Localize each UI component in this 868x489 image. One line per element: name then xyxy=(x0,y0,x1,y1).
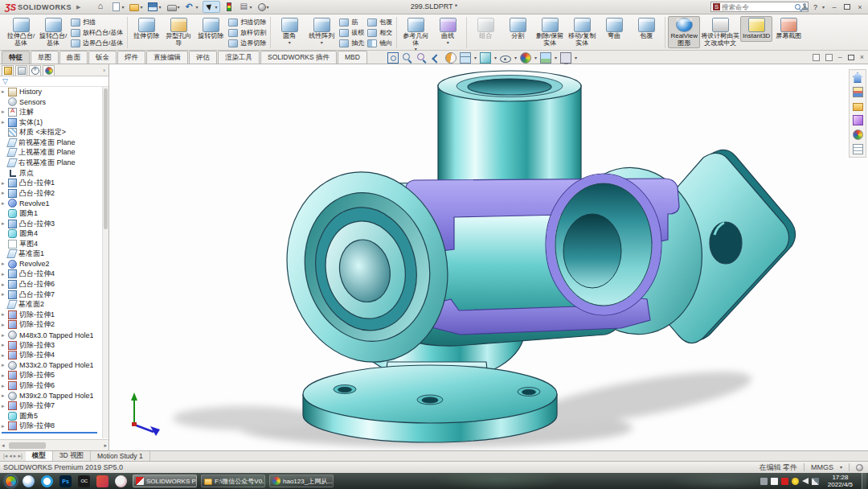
scroll-right-arrow[interactable]: ▸ xyxy=(102,442,108,449)
ribbon-button-flex[interactable]: 弯曲 xyxy=(598,16,630,42)
configuration-manager-tab[interactable] xyxy=(29,65,41,76)
section-view-icon[interactable] xyxy=(445,52,457,64)
tray-message-icon[interactable] xyxy=(771,478,778,485)
tree-item[interactable]: ▸切除-拉伸7 xyxy=(0,401,102,411)
apply-scene-caret[interactable]: ▾ xyxy=(555,55,557,60)
tree-item[interactable]: 基准面1 xyxy=(0,249,102,260)
dropdown-caret[interactable]: ▾ xyxy=(196,5,199,10)
scrollbar-thumb[interactable] xyxy=(104,88,108,229)
view-orientation-icon[interactable] xyxy=(460,52,471,64)
ribbon-button-split[interactable]: 分割 xyxy=(502,16,534,42)
tree-vertical-scrollbar[interactable] xyxy=(102,87,108,438)
taskpane-home-icon[interactable] xyxy=(853,72,863,83)
ribbon-button-intersect[interactable]: 相交 xyxy=(366,27,394,38)
ribbon-button-reference-geometry[interactable]: 参考几何体▾ xyxy=(399,16,432,53)
tree-item[interactable]: ▸Revolve1 xyxy=(0,199,102,209)
ribbon-button-wrap-large[interactable]: 包覆 xyxy=(630,16,662,42)
expand-arrow-icon[interactable]: ▸ xyxy=(2,200,8,207)
taskbar-app-6-icon[interactable] xyxy=(115,475,127,487)
view-settings-caret[interactable]: ▾ xyxy=(575,55,577,60)
tree-item[interactable]: 圆角4 xyxy=(0,228,102,239)
expand-arrow-icon[interactable]: ▸ xyxy=(2,271,8,277)
tab-焊件[interactable]: 焊件 xyxy=(117,51,145,64)
expand-arrow-icon[interactable]: ▸ xyxy=(2,362,8,368)
taskpane-explorer-icon[interactable] xyxy=(853,103,863,111)
tab-曲面[interactable]: 曲面 xyxy=(59,51,88,64)
close-button[interactable]: × xyxy=(855,3,865,11)
tree-item[interactable]: 基准面2 xyxy=(0,299,102,310)
help-button[interactable]: ? xyxy=(813,3,817,11)
doc-nav-arrow[interactable]: ◂ xyxy=(9,453,12,459)
taskpane-scene-icon[interactable] xyxy=(853,129,863,140)
tab-SOLIDWORKS 插件[interactable]: SOLIDWORKS 插件 xyxy=(260,51,337,64)
view-orientation-caret[interactable]: ▾ xyxy=(474,55,477,60)
tray-dot-yellow-icon[interactable] xyxy=(792,478,799,485)
expand-arrow-icon[interactable]: ▸ xyxy=(2,403,8,409)
ribbon-button-curves[interactable]: 曲线▾ xyxy=(432,16,464,47)
tree-item[interactable]: 草图4 xyxy=(0,239,102,249)
tree-item[interactable]: ▸凸台-拉伸1 xyxy=(0,178,102,188)
tree-item[interactable]: 前视基准面 Plane xyxy=(0,138,102,148)
taskbar-app-2-icon[interactable] xyxy=(41,475,53,487)
ribbon-button-extrude-cut[interactable]: 拉伸切除 xyxy=(130,16,162,42)
doc-tab-3D 视图[interactable]: 3D 视图 xyxy=(53,451,91,461)
tray-netease-icon[interactable] xyxy=(781,478,788,485)
start-button[interactable] xyxy=(5,475,17,487)
expand-arrow-icon[interactable]: ▸ xyxy=(2,119,8,125)
taskpane-library-icon[interactable] xyxy=(853,87,863,97)
taskbar-app-5-icon[interactable] xyxy=(96,475,108,487)
menu-flyout-icon[interactable]: ▶ xyxy=(76,4,80,10)
tree-item[interactable]: ▸切除-拉伸2 xyxy=(0,320,102,331)
ribbon-button-mirror[interactable]: 镜向 xyxy=(366,38,394,48)
tree-horizontal-scrollbar[interactable]: ◂ ▸ xyxy=(0,439,108,450)
status-tag-icon[interactable] xyxy=(856,464,863,471)
tree-item[interactable]: Sensors xyxy=(0,97,102,108)
rebuild-button[interactable] xyxy=(223,2,235,12)
doc-tab-模型[interactable]: 模型 xyxy=(26,451,53,461)
options-button[interactable]: ▾ xyxy=(238,2,254,12)
tree-item[interactable]: ▸实体(1) xyxy=(0,117,102,128)
doc-close-button[interactable]: × xyxy=(860,53,864,61)
tree-item[interactable]: 圆角1 xyxy=(0,208,102,219)
dropdown-caret[interactable]: ▾ xyxy=(178,5,180,10)
expand-arrow-icon[interactable]: ▸ xyxy=(2,352,8,359)
tab-评估[interactable]: 评估 xyxy=(189,51,217,64)
expand-arrow-icon[interactable]: ▸ xyxy=(2,332,8,339)
zoom-fit-icon[interactable] xyxy=(387,52,399,64)
doc-nav-arrow[interactable]: |◂ xyxy=(3,453,7,459)
restore-button[interactable] xyxy=(844,4,850,10)
filter-funnel-icon[interactable]: ▽ xyxy=(2,78,8,85)
search-input[interactable] xyxy=(722,3,792,11)
model-3d[interactable] xyxy=(110,64,868,450)
tree-item[interactable]: 上视基准面 Plane xyxy=(0,148,102,158)
magnifier-icon[interactable] xyxy=(416,52,428,64)
apply-scene-icon[interactable] xyxy=(540,52,551,64)
ribbon-button-wrap[interactable]: 包覆 xyxy=(366,17,394,27)
tab-直接编辑[interactable]: 直接编辑 xyxy=(146,51,188,64)
expand-arrow-icon[interactable]: ▸ xyxy=(2,190,8,196)
tree-item[interactable]: ▸切除-拉伸8 xyxy=(0,421,102,432)
ribbon-button-sweep-cut[interactable]: 扫描切除 xyxy=(227,17,268,27)
ribbon-button-instant3d[interactable]: Instant3D xyxy=(740,16,772,42)
display-style-icon[interactable] xyxy=(480,52,491,64)
ribbon-button-move-copy-body[interactable]: 移动/复制实体 xyxy=(566,16,598,48)
dropdown-caret[interactable]: ▾ xyxy=(215,5,218,10)
panel-expand-chevron[interactable]: › xyxy=(103,67,105,74)
doc-tab-nav-arrows[interactable]: |◂◂▸▸| xyxy=(0,453,26,459)
expand-arrow-icon[interactable]: ▸ xyxy=(2,180,8,187)
taskbar-photoshop-icon[interactable]: Ps xyxy=(59,475,72,487)
doc-restore-button[interactable] xyxy=(848,55,854,60)
ribbon-button-translate-tree[interactable]: 将设计树由英文改成中文 xyxy=(700,16,740,48)
doc-window-icon-2[interactable] xyxy=(825,54,833,61)
expand-arrow-icon[interactable]: ▸ xyxy=(2,372,8,379)
tree-item[interactable]: ▸切除-拉伸6 xyxy=(0,380,102,391)
ribbon-button-draft[interactable]: 拔模 xyxy=(338,27,366,38)
dropdown-caret[interactable]: ▾ xyxy=(250,5,252,10)
undo-button[interactable]: ▾ xyxy=(184,2,200,12)
doc-minimize-button[interactable]: – xyxy=(838,53,842,61)
taskbar-window-sw[interactable]: SOLIDWORKS P... xyxy=(133,475,197,487)
taskbar-clock[interactable]: 17:28 2022/4/5 xyxy=(828,474,853,488)
ribbon-button-revolve-boss[interactable]: 旋转凸台/基体 xyxy=(37,16,69,48)
tree-item[interactable]: ▸注解 xyxy=(0,107,102,117)
tree-item[interactable]: ▸M33x2.0 Tapped Hole1 xyxy=(0,360,102,371)
